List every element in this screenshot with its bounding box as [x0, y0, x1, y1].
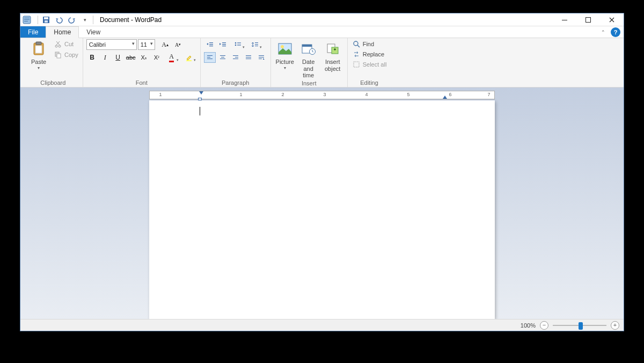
strikethrough-button[interactable]: abc [125, 52, 137, 63]
subscript-button[interactable]: X₂ [138, 52, 150, 63]
maximize-button[interactable] [576, 13, 600, 26]
replace-button[interactable]: Replace [351, 49, 388, 59]
group-insert: Picture ▾ Date and time Insert object In… [271, 38, 348, 87]
zoom-in-button[interactable]: + [611, 321, 619, 330]
separator [93, 16, 93, 24]
svg-rect-42 [259, 55, 264, 56]
window-title: Document - WordPad [100, 16, 162, 24]
font-family-combo[interactable]: Calibri [86, 39, 137, 50]
zoom-slider-thumb[interactable] [579, 322, 583, 330]
highlight-button[interactable] [181, 52, 197, 63]
svg-rect-10 [36, 42, 41, 45]
svg-point-23 [235, 42, 236, 44]
svg-rect-21 [222, 44, 226, 45]
align-left-button[interactable] [204, 52, 216, 63]
increase-indent-button[interactable] [217, 39, 229, 50]
shrink-font-button[interactable]: A▾ [172, 39, 184, 50]
paragraph-dialog-button[interactable] [255, 52, 267, 63]
svg-rect-22 [222, 46, 226, 46]
svg-rect-38 [233, 59, 238, 59]
calendar-icon [300, 40, 317, 57]
bullets-button[interactable] [230, 39, 246, 50]
ruler-tick: 1 [159, 92, 162, 97]
find-button[interactable]: Find [351, 39, 388, 49]
replace-icon [352, 50, 361, 59]
zoom-slider[interactable] [553, 322, 606, 329]
select-all-button[interactable]: Select all [351, 60, 388, 69]
svg-rect-17 [209, 42, 213, 43]
tab-home[interactable]: Home [46, 26, 79, 38]
underline-button[interactable]: U [112, 52, 124, 63]
ruler-tick: 6 [449, 92, 451, 97]
redo-button[interactable] [67, 15, 77, 25]
bold-button[interactable]: B [86, 52, 98, 63]
paste-button[interactable]: Paste ▾ [27, 39, 50, 71]
svg-rect-40 [246, 57, 251, 57]
minimize-button[interactable] [553, 13, 576, 26]
cut-button[interactable]: Cut [53, 39, 79, 49]
help-button[interactable]: ? [611, 27, 620, 37]
text-cursor [200, 107, 200, 115]
tab-file[interactable]: File [20, 26, 46, 38]
group-editing: Find Replace Select all [348, 38, 391, 87]
close-button[interactable] [600, 13, 624, 26]
qat-customize[interactable]: ▾ [80, 15, 90, 25]
svg-point-24 [235, 45, 236, 46]
svg-rect-39 [246, 55, 251, 56]
app-icon [23, 16, 31, 24]
align-right-button[interactable] [230, 52, 241, 63]
first-line-indent-marker[interactable] [199, 91, 203, 95]
justify-button[interactable] [243, 52, 254, 63]
ribbon: Paste ▾ Cut Copy [20, 38, 624, 88]
svg-rect-26 [237, 45, 241, 45]
italic-button[interactable]: I [99, 52, 111, 63]
svg-rect-16 [186, 60, 192, 61]
line-spacing-button[interactable] [247, 39, 263, 50]
ribbon-tabs: File Home View ⌃ ? [20, 26, 624, 38]
svg-rect-6 [45, 20, 48, 23]
svg-rect-31 [207, 57, 210, 57]
tab-view[interactable]: View [79, 26, 108, 38]
titlebar: ▾ Document - WordPad [20, 13, 624, 26]
zoom-out-button[interactable]: − [540, 321, 548, 330]
undo-button[interactable] [54, 15, 64, 25]
copy-button[interactable]: Copy [53, 50, 79, 60]
decrease-indent-button[interactable] [204, 39, 216, 50]
group-label: Font [86, 79, 197, 87]
datetime-button[interactable]: Date and time [296, 39, 321, 80]
scissors-icon [54, 40, 62, 48]
grow-font-button[interactable]: A▴ [159, 39, 171, 50]
ruler-tick: 7 [487, 92, 490, 97]
ruler-tick: 4 [365, 92, 368, 97]
font-color-button[interactable]: A [164, 52, 180, 63]
select-all-icon [352, 60, 361, 69]
svg-rect-33 [220, 55, 225, 56]
svg-point-13 [58, 45, 61, 47]
picture-button[interactable]: Picture ▾ [274, 39, 296, 71]
insert-object-button[interactable]: Insert object [321, 39, 344, 73]
ruler-tick: 5 [407, 92, 409, 97]
window-controls [553, 13, 624, 26]
svg-point-46 [281, 45, 284, 48]
align-center-button[interactable] [217, 52, 229, 63]
svg-rect-28 [255, 44, 258, 45]
save-button[interactable] [41, 15, 51, 25]
group-label: Editing [351, 79, 388, 87]
superscript-button[interactable]: X² [151, 52, 163, 63]
group-font: Calibri 11 A▴ A▾ B I U abc X₂ X² [83, 38, 201, 87]
page[interactable] [149, 100, 495, 319]
find-icon [352, 40, 361, 48]
right-indent-marker[interactable] [443, 96, 447, 99]
paste-icon [30, 40, 47, 57]
svg-rect-11 [35, 46, 42, 53]
ruler-tick: 1 [239, 92, 242, 97]
collapse-ribbon[interactable]: ⌃ [598, 26, 609, 38]
ruler[interactable]: 1 1 2 3 4 5 6 7 [149, 91, 495, 99]
zoom-percentage[interactable]: 100% [521, 322, 536, 329]
svg-rect-27 [255, 42, 258, 43]
svg-rect-15 [57, 54, 61, 58]
svg-rect-18 [209, 44, 213, 45]
statusbar: 100% − + [20, 319, 624, 331]
svg-rect-20 [222, 42, 226, 43]
font-size-combo[interactable]: 11 [138, 39, 155, 50]
